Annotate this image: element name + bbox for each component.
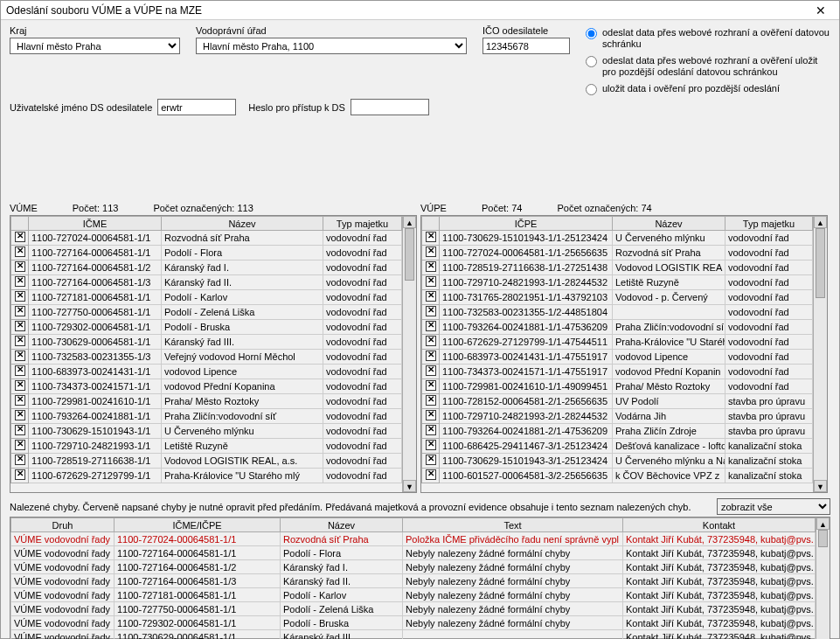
row-checkbox[interactable] xyxy=(422,454,440,469)
scroll-up-icon[interactable]: ▲ xyxy=(403,216,416,228)
errors-filter-select[interactable]: zobrazit vše xyxy=(717,498,830,515)
table-row[interactable]: VÚME vodovodní řady1100-729302-00064581-… xyxy=(11,616,816,630)
row-checkbox[interactable] xyxy=(11,454,29,469)
scroll-down-icon[interactable]: ▼ xyxy=(403,480,416,492)
user-input[interactable] xyxy=(157,99,236,115)
table-row[interactable]: 1100-734373-00241571-1/1vodovod Přední K… xyxy=(11,379,402,394)
radio-3-input[interactable] xyxy=(586,84,597,95)
table-row[interactable]: VÚME vodovodní řady1100-727164-00064581-… xyxy=(11,560,816,574)
vupe-grid[interactable]: IČPE Název Typ majetku 1100-730629-15101… xyxy=(421,216,813,492)
scroll-thumb[interactable] xyxy=(816,228,825,298)
vupe-col-typ[interactable]: Typ majetku xyxy=(725,217,813,231)
row-checkbox[interactable] xyxy=(11,394,29,409)
table-row[interactable]: VÚME vodovodní řady1100-730629-00064581-… xyxy=(11,630,816,640)
table-row[interactable]: 1100-601527-00064581-3/2-25656635k ČOV B… xyxy=(422,469,813,483)
row-checkbox[interactable] xyxy=(422,275,440,290)
row-checkbox[interactable] xyxy=(11,290,29,305)
radio-2[interactable]: odeslat data přes webové rozhraní a ověř… xyxy=(586,55,830,78)
table-row[interactable]: 1100-672629-27129799-1/1-47544511Praha-K… xyxy=(422,335,813,350)
errors-scrollbar[interactable]: ▲ ▼ xyxy=(816,517,830,639)
table-row[interactable]: VÚME vodovodní řady1100-727164-00064581-… xyxy=(11,574,816,588)
table-row[interactable]: 1100-727164-00064581-1/2Káranský řad I.v… xyxy=(11,260,402,275)
row-checkbox[interactable] xyxy=(11,246,29,260)
table-row[interactable]: 1100-727164-00064581-1/3Káranský řad II.… xyxy=(11,275,402,290)
table-row[interactable]: 1100-728519-27116638-1/1-27251438Vodovod… xyxy=(422,260,813,275)
vume-grid[interactable]: IČME Název Typ majetku 1100-727024-00064… xyxy=(10,216,402,492)
row-checkbox[interactable] xyxy=(11,305,29,320)
err-col-druh[interactable]: Druh xyxy=(11,518,115,532)
scroll-up-icon[interactable]: ▲ xyxy=(814,216,827,228)
vodop-select[interactable]: Hlavní město Praha, 1100 xyxy=(196,38,467,54)
table-row[interactable]: 1100-729981-00241610-1/1Praha/ Město Roz… xyxy=(11,394,402,409)
row-checkbox[interactable] xyxy=(422,379,440,394)
table-row[interactable]: 1100-729710-24821993-1/1Letiště Ruzyněvo… xyxy=(11,439,402,454)
table-row[interactable]: 1100-729710-24821993-2/1-28244532Vodárna… xyxy=(422,409,813,424)
scroll-down-icon[interactable]: ▼ xyxy=(814,480,827,492)
table-row[interactable]: 1100-730629-15101943-3/1-25123424U Červe… xyxy=(422,454,813,469)
table-row[interactable]: 1100-686425-29411467-3/1-25123424Dešťová… xyxy=(422,439,813,454)
table-row[interactable]: 1100-731765-28021951-1/1-43792103Vodovod… xyxy=(422,290,813,305)
table-row[interactable]: 1100-732583-00231355-1/2-44851804vodovod… xyxy=(422,305,813,320)
row-checkbox[interactable] xyxy=(422,320,440,335)
radio-3[interactable]: uložit data i ověření pro pozdější odesl… xyxy=(586,83,830,95)
table-row[interactable]: VÚME vodovodní řady1100-727164-00064581-… xyxy=(11,546,816,560)
table-row[interactable]: 1100-729981-00241610-1/1-49099451Praha/ … xyxy=(422,379,813,394)
scroll-thumb[interactable] xyxy=(405,228,414,281)
table-row[interactable]: 1100-727181-00064581-1/1Podolí - Karlovv… xyxy=(11,290,402,305)
table-row[interactable]: 1100-729302-00064581-1/1Podolí - Bruskav… xyxy=(11,320,402,335)
table-row[interactable]: 1100-728152-00064581-2/1-25656635UV Podo… xyxy=(422,394,813,409)
table-row[interactable]: 1100-727024-00064581-1/1-25656635Rozvodn… xyxy=(422,246,813,260)
row-checkbox[interactable] xyxy=(11,335,29,350)
row-checkbox[interactable] xyxy=(11,260,29,275)
row-checkbox[interactable] xyxy=(422,246,440,260)
row-checkbox[interactable] xyxy=(11,231,29,246)
table-row[interactable]: 1100-672629-27129799-1/1Praha-Královice … xyxy=(11,469,402,483)
row-checkbox[interactable] xyxy=(11,439,29,454)
scroll-thumb[interactable] xyxy=(818,530,828,547)
row-checkbox[interactable] xyxy=(422,335,440,350)
table-row[interactable]: 1100-727024-00064581-1/1Rozvodná síť Pra… xyxy=(11,231,402,246)
table-row[interactable]: 1100-793264-00241881-2/1-47536209Praha Z… xyxy=(422,424,813,439)
errors-grid[interactable]: Druh IČME/IČPE Název Text Kontakt VÚME v… xyxy=(10,517,816,639)
table-row[interactable]: 1100-730629-15101943-1/1-25123424U Červe… xyxy=(422,231,813,246)
row-checkbox[interactable] xyxy=(11,469,29,483)
close-icon[interactable]: ✕ xyxy=(808,3,834,17)
table-row[interactable]: 1100-730629-00064581-1/1Káranský řad III… xyxy=(11,335,402,350)
row-checkbox[interactable] xyxy=(422,260,440,275)
radio-1[interactable]: odeslat data přes webové rozhraní a ověř… xyxy=(586,27,830,50)
scroll-up-icon[interactable]: ▲ xyxy=(816,517,830,530)
row-checkbox[interactable] xyxy=(422,409,440,424)
row-checkbox[interactable] xyxy=(422,439,440,454)
err-col-ic[interactable]: IČME/IČPE xyxy=(115,518,281,532)
table-row[interactable]: 1100-734373-00241571-1/1-47551917vodovod… xyxy=(422,365,813,379)
table-row[interactable]: 1100-727164-00064581-1/1Podolí - Floravo… xyxy=(11,246,402,260)
row-checkbox[interactable] xyxy=(11,350,29,365)
ico-input[interactable] xyxy=(482,38,570,54)
table-row[interactable]: 1100-732583-00231355-1/3Veřejný vodovod … xyxy=(11,350,402,365)
row-checkbox[interactable] xyxy=(422,394,440,409)
row-checkbox[interactable] xyxy=(11,275,29,290)
vume-scrollbar[interactable]: ▲ ▼ xyxy=(402,216,416,492)
row-checkbox[interactable] xyxy=(422,290,440,305)
row-checkbox[interactable] xyxy=(422,350,440,365)
row-checkbox[interactable] xyxy=(422,365,440,379)
row-checkbox[interactable] xyxy=(422,305,440,320)
row-checkbox[interactable] xyxy=(11,320,29,335)
vume-col-typ[interactable]: Typ majetku xyxy=(323,217,402,231)
err-col-text[interactable]: Text xyxy=(403,518,623,532)
row-checkbox[interactable] xyxy=(11,424,29,439)
err-col-nazev[interactable]: Název xyxy=(281,518,403,532)
vume-col-nazev[interactable]: Název xyxy=(162,217,323,231)
err-col-kontakt[interactable]: Kontakt xyxy=(623,518,816,532)
kraj-select[interactable]: Hlavní město Praha xyxy=(10,38,180,54)
row-checkbox[interactable] xyxy=(11,365,29,379)
pass-input[interactable] xyxy=(351,99,429,115)
table-row[interactable]: 1100-683973-00241431-1/1-47551917vodovod… xyxy=(422,350,813,365)
table-row[interactable]: VÚME vodovodní řady1100-727181-00064581-… xyxy=(11,588,816,602)
table-row[interactable]: 1100-730629-15101943-1/1U Červeného mlýn… xyxy=(11,424,402,439)
table-row[interactable]: 1100-729710-24821993-1/1-28244532Letiště… xyxy=(422,275,813,290)
radio-2-input[interactable] xyxy=(586,56,597,67)
table-row[interactable]: 1100-683973-00241431-1/1vodovod Lipencev… xyxy=(11,365,402,379)
radio-1-input[interactable] xyxy=(586,28,597,39)
row-checkbox[interactable] xyxy=(422,469,440,483)
